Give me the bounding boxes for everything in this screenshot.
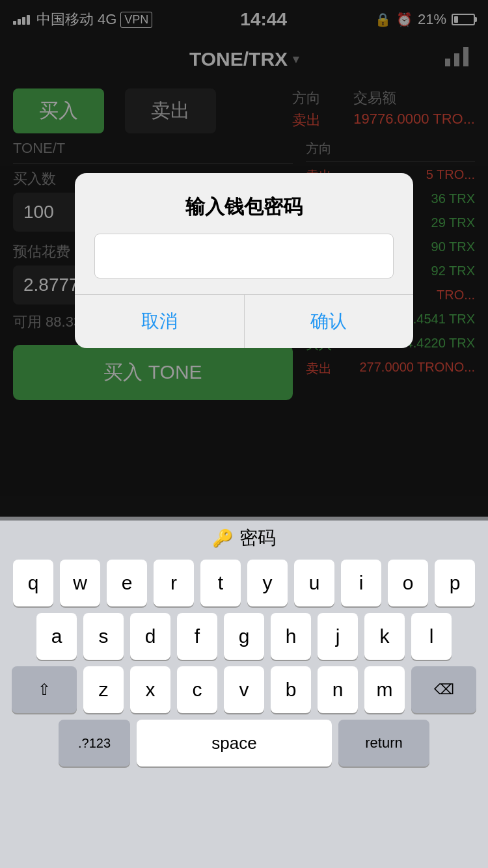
key-e[interactable]: e [107, 560, 147, 606]
key-k[interactable]: k [364, 613, 405, 660]
key-numbers[interactable]: .?123 [59, 720, 130, 766]
key-c[interactable]: c [177, 666, 217, 713]
keyboard-password-bar: 🔑 密码 [0, 517, 488, 557]
key-z[interactable]: z [83, 666, 124, 713]
key-h[interactable]: h [271, 613, 311, 660]
keyboard-rows: q w e r t y u i o p a s d f g h j k [0, 557, 488, 776]
key-o[interactable]: o [388, 560, 428, 606]
dialog-overlay: 输入钱包密码 取消 确认 [0, 0, 488, 521]
dialog-title: 输入钱包密码 [75, 173, 413, 234]
key-s[interactable]: s [83, 613, 124, 660]
key-a[interactable]: a [36, 613, 77, 660]
key-space[interactable]: space [137, 720, 332, 766]
key-n[interactable]: n [318, 666, 358, 713]
key-u[interactable]: u [294, 560, 334, 606]
keyboard-area: 🔑 密码 q w e r t y u i o p a s d f [0, 517, 488, 868]
key-q[interactable]: q [13, 560, 53, 606]
keyboard-row-3: ⇧ z x c v b n m ⌫ [4, 666, 484, 713]
cancel-button[interactable]: 取消 [75, 295, 245, 348]
key-x[interactable]: x [130, 666, 170, 713]
key-backspace[interactable]: ⌫ [411, 666, 476, 713]
keyboard-row-4: .?123 space return [4, 720, 484, 766]
key-t[interactable]: t [200, 560, 241, 606]
key-p[interactable]: p [435, 560, 475, 606]
confirm-button[interactable]: 确认 [245, 295, 414, 348]
key-shift[interactable]: ⇧ [12, 666, 77, 713]
key-d[interactable]: d [130, 613, 170, 660]
key-i[interactable]: i [341, 560, 381, 606]
key-m[interactable]: m [364, 666, 405, 713]
key-r[interactable]: r [154, 560, 194, 606]
password-input[interactable] [94, 234, 394, 278]
dialog-input-wrap [75, 234, 413, 294]
key-w[interactable]: w [60, 560, 100, 606]
password-keyboard-label: 密码 [239, 526, 276, 550]
key-v[interactable]: v [224, 666, 264, 713]
key-g[interactable]: g [224, 613, 264, 660]
keyboard-row-2: a s d f g h j k l [4, 613, 484, 660]
key-y[interactable]: y [247, 560, 288, 606]
key-j[interactable]: j [318, 613, 358, 660]
key-f[interactable]: f [177, 613, 217, 660]
key-return[interactable]: return [338, 720, 429, 766]
keyboard-row-1: q w e r t y u i o p [4, 560, 484, 606]
dialog-buttons: 取消 确认 [75, 294, 413, 348]
password-dialog: 输入钱包密码 取消 确认 [75, 173, 413, 348]
key-l[interactable]: l [411, 613, 452, 660]
key-icon: 🔑 [212, 528, 233, 549]
key-b[interactable]: b [271, 666, 311, 713]
